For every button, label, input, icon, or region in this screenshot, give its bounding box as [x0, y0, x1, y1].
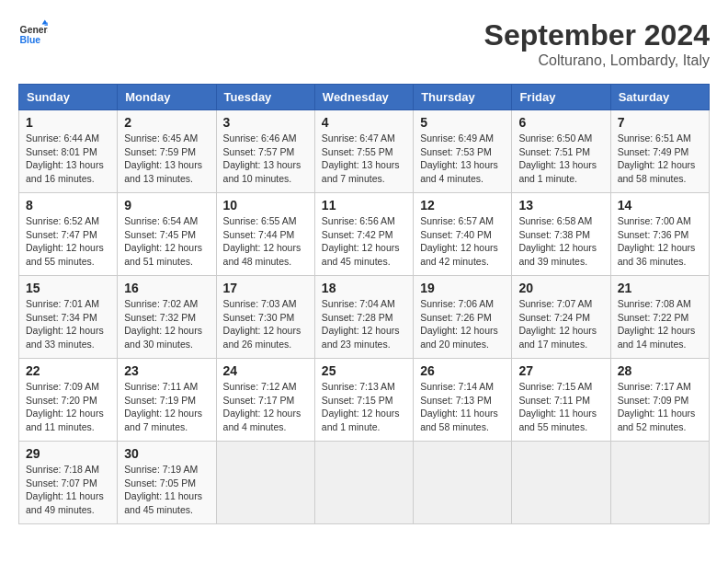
day-info: Sunrise: 7:11 AM Sunset: 7:19 PM Dayligh…: [124, 380, 209, 434]
calendar-table: SundayMondayTuesdayWednesdayThursdayFrid…: [18, 84, 710, 524]
calendar-cell: 1Sunrise: 6:44 AM Sunset: 8:01 PM Daylig…: [19, 110, 118, 193]
day-number: 7: [618, 115, 702, 130]
day-number: 18: [322, 281, 406, 295]
calendar-cell: 13Sunrise: 6:58 AM Sunset: 7:38 PM Dayli…: [512, 193, 610, 276]
calendar-week-2: 8Sunrise: 6:52 AM Sunset: 7:47 PM Daylig…: [19, 193, 710, 276]
calendar-cell: 16Sunrise: 7:02 AM Sunset: 7:32 PM Dayli…: [118, 276, 216, 359]
day-info: Sunrise: 6:56 AM Sunset: 7:42 PM Dayligh…: [322, 214, 406, 269]
calendar-cell: 18Sunrise: 7:04 AM Sunset: 7:28 PM Dayli…: [314, 276, 413, 359]
calendar-cell: 25Sunrise: 7:13 AM Sunset: 7:15 PM Dayli…: [314, 359, 413, 442]
day-number: 30: [124, 446, 209, 461]
day-number: 6: [518, 115, 603, 130]
calendar-cell: 22Sunrise: 7:09 AM Sunset: 7:20 PM Dayli…: [19, 359, 118, 442]
calendar-cell: [414, 442, 512, 524]
day-info: Sunrise: 7:03 AM Sunset: 7:30 PM Dayligh…: [223, 297, 308, 351]
calendar-cell: 30Sunrise: 7:19 AM Sunset: 7:05 PM Dayli…: [118, 442, 216, 524]
weekday-header-saturday: Saturday: [610, 85, 709, 110]
day-number: 9: [124, 198, 209, 213]
day-info: Sunrise: 6:45 AM Sunset: 7:59 PM Dayligh…: [124, 132, 209, 186]
day-info: Sunrise: 6:49 AM Sunset: 7:53 PM Dayligh…: [420, 132, 505, 186]
day-info: Sunrise: 7:13 AM Sunset: 7:15 PM Dayligh…: [322, 380, 406, 434]
day-info: Sunrise: 6:44 AM Sunset: 8:01 PM Dayligh…: [26, 132, 110, 186]
calendar-cell: 5Sunrise: 6:49 AM Sunset: 7:53 PM Daylig…: [414, 110, 512, 193]
calendar-cell: 28Sunrise: 7:17 AM Sunset: 7:09 PM Dayli…: [610, 359, 709, 442]
day-info: Sunrise: 7:06 AM Sunset: 7:26 PM Dayligh…: [420, 297, 505, 351]
weekday-header-thursday: Thursday: [414, 85, 512, 110]
day-number: 12: [420, 198, 505, 213]
day-info: Sunrise: 7:17 AM Sunset: 7:09 PM Dayligh…: [618, 380, 702, 434]
svg-text:General: General: [20, 25, 48, 35]
day-number: 13: [518, 198, 603, 213]
day-info: Sunrise: 6:55 AM Sunset: 7:44 PM Dayligh…: [223, 214, 308, 269]
day-number: 20: [518, 281, 603, 295]
day-number: 10: [223, 198, 308, 213]
location-title: Colturano, Lombardy, Italy: [484, 52, 710, 69]
title-area: September 2024 Colturano, Lombardy, Ital…: [484, 18, 710, 69]
day-info: Sunrise: 7:02 AM Sunset: 7:32 PM Dayligh…: [124, 297, 209, 351]
calendar-cell: [314, 442, 413, 524]
weekday-header-row: SundayMondayTuesdayWednesdayThursdayFrid…: [19, 85, 710, 110]
calendar-cell: 27Sunrise: 7:15 AM Sunset: 7:11 PM Dayli…: [512, 359, 610, 442]
day-number: 23: [124, 363, 209, 378]
day-number: 15: [26, 281, 110, 295]
day-info: Sunrise: 6:46 AM Sunset: 7:57 PM Dayligh…: [223, 132, 308, 186]
calendar-cell: 19Sunrise: 7:06 AM Sunset: 7:26 PM Dayli…: [414, 276, 512, 359]
page-header: General Blue September 2024 Colturano, L…: [18, 18, 710, 69]
calendar-week-4: 22Sunrise: 7:09 AM Sunset: 7:20 PM Dayli…: [19, 359, 710, 442]
day-number: 19: [420, 281, 505, 295]
day-info: Sunrise: 7:00 AM Sunset: 7:36 PM Dayligh…: [618, 214, 702, 269]
calendar-cell: 29Sunrise: 7:18 AM Sunset: 7:07 PM Dayli…: [19, 442, 118, 524]
weekday-header-monday: Monday: [118, 85, 216, 110]
calendar-cell: 10Sunrise: 6:55 AM Sunset: 7:44 PM Dayli…: [216, 193, 314, 276]
weekday-header-tuesday: Tuesday: [216, 85, 314, 110]
day-info: Sunrise: 7:18 AM Sunset: 7:07 PM Dayligh…: [26, 463, 110, 517]
svg-text:Blue: Blue: [20, 35, 41, 45]
calendar-cell: 26Sunrise: 7:14 AM Sunset: 7:13 PM Dayli…: [414, 359, 512, 442]
day-number: 22: [26, 363, 110, 378]
day-number: 17: [223, 281, 308, 295]
calendar-week-3: 15Sunrise: 7:01 AM Sunset: 7:34 PM Dayli…: [19, 276, 710, 359]
day-number: 21: [618, 281, 702, 295]
calendar-cell: 17Sunrise: 7:03 AM Sunset: 7:30 PM Dayli…: [216, 276, 314, 359]
calendar-week-1: 1Sunrise: 6:44 AM Sunset: 8:01 PM Daylig…: [19, 110, 710, 193]
day-info: Sunrise: 6:57 AM Sunset: 7:40 PM Dayligh…: [420, 214, 505, 269]
day-info: Sunrise: 6:47 AM Sunset: 7:55 PM Dayligh…: [322, 132, 406, 186]
calendar-cell: 20Sunrise: 7:07 AM Sunset: 7:24 PM Dayli…: [512, 276, 610, 359]
calendar-cell: 14Sunrise: 7:00 AM Sunset: 7:36 PM Dayli…: [610, 193, 709, 276]
calendar-cell: [610, 442, 709, 524]
logo: General Blue: [18, 18, 48, 48]
calendar-cell: 11Sunrise: 6:56 AM Sunset: 7:42 PM Dayli…: [314, 193, 413, 276]
calendar-cell: 9Sunrise: 6:54 AM Sunset: 7:45 PM Daylig…: [118, 193, 216, 276]
day-number: 28: [618, 363, 702, 378]
day-info: Sunrise: 6:50 AM Sunset: 7:51 PM Dayligh…: [518, 132, 603, 186]
day-number: 24: [223, 363, 308, 378]
calendar-body: 1Sunrise: 6:44 AM Sunset: 8:01 PM Daylig…: [19, 110, 710, 524]
calendar-cell: 2Sunrise: 6:45 AM Sunset: 7:59 PM Daylig…: [118, 110, 216, 193]
day-info: Sunrise: 6:52 AM Sunset: 7:47 PM Dayligh…: [26, 214, 110, 269]
day-number: 14: [618, 198, 702, 213]
day-info: Sunrise: 6:54 AM Sunset: 7:45 PM Dayligh…: [124, 214, 209, 269]
day-info: Sunrise: 7:15 AM Sunset: 7:11 PM Dayligh…: [518, 380, 603, 434]
day-number: 11: [322, 198, 406, 213]
calendar-cell: 8Sunrise: 6:52 AM Sunset: 7:47 PM Daylig…: [19, 193, 118, 276]
calendar-cell: 7Sunrise: 6:51 AM Sunset: 7:49 PM Daylig…: [610, 110, 709, 193]
day-number: 4: [322, 115, 406, 130]
calendar-cell: [216, 442, 314, 524]
day-number: 26: [420, 363, 505, 378]
day-info: Sunrise: 7:12 AM Sunset: 7:17 PM Dayligh…: [223, 380, 308, 434]
day-number: 25: [322, 363, 406, 378]
day-info: Sunrise: 7:09 AM Sunset: 7:20 PM Dayligh…: [26, 380, 110, 434]
calendar-cell: [512, 442, 610, 524]
calendar-cell: 23Sunrise: 7:11 AM Sunset: 7:19 PM Dayli…: [118, 359, 216, 442]
calendar-cell: 21Sunrise: 7:08 AM Sunset: 7:22 PM Dayli…: [610, 276, 709, 359]
calendar-cell: 12Sunrise: 6:57 AM Sunset: 7:40 PM Dayli…: [414, 193, 512, 276]
day-info: Sunrise: 7:14 AM Sunset: 7:13 PM Dayligh…: [420, 380, 505, 434]
weekday-header-wednesday: Wednesday: [314, 85, 413, 110]
day-number: 16: [124, 281, 209, 295]
calendar-cell: 15Sunrise: 7:01 AM Sunset: 7:34 PM Dayli…: [19, 276, 118, 359]
logo-icon: General Blue: [18, 18, 48, 48]
day-number: 8: [26, 198, 110, 213]
day-number: 29: [26, 446, 110, 461]
day-info: Sunrise: 6:58 AM Sunset: 7:38 PM Dayligh…: [518, 214, 603, 269]
weekday-header-friday: Friday: [512, 85, 610, 110]
